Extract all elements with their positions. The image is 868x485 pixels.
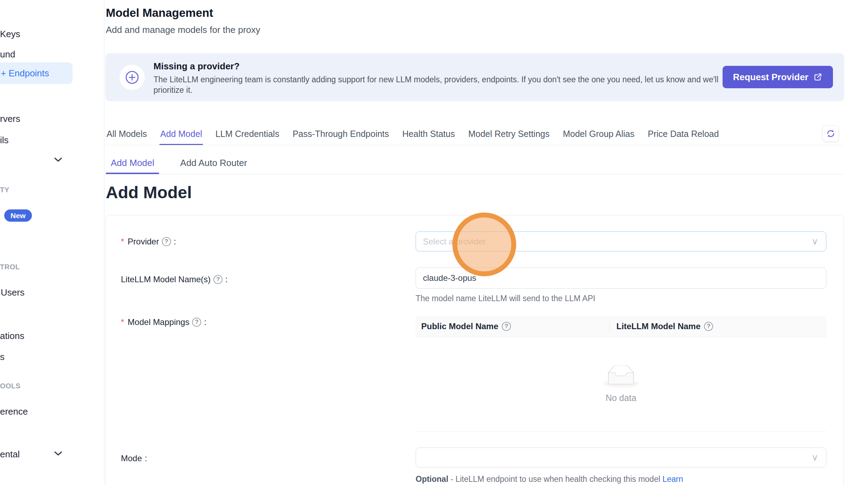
provider-select[interactable]: Select a provider ∨ — [416, 231, 826, 251]
learn-link[interactable]: Learn — [662, 474, 683, 484]
model-name-label-text: LiteLLM Model Name(s) — [121, 275, 211, 284]
tab-llm-credentials[interactable]: LLM Credentials — [215, 127, 280, 145]
new-badge: New — [4, 209, 32, 222]
help-icon[interactable]: ? — [213, 275, 223, 284]
help-icon[interactable]: ? — [192, 318, 201, 327]
external-link-icon — [813, 72, 822, 82]
chevron-down-icon: ∨ — [812, 452, 818, 463]
model-mappings-table: Public Model Name ? LiteLLM Model Name ? — [416, 316, 826, 432]
mode-label: Mode : — [121, 453, 147, 463]
mode-label-text: Mode — [121, 453, 142, 463]
empty-inbox-icon — [603, 366, 638, 388]
model-name-helper: The model name LiteLLM will send to the … — [416, 294, 826, 303]
add-model-form-card: * Provider ? : Select a provider ∨ LiteL… — [105, 215, 844, 485]
subtab-add-model[interactable]: Add Model — [106, 156, 159, 174]
page-title: Model Management — [106, 6, 213, 20]
provider-label: * Provider ? : — [121, 237, 176, 247]
missing-provider-banner: Missing a provider? The LiteLLM engineer… — [105, 53, 844, 101]
provider-label-text: Provider — [128, 237, 159, 247]
request-provider-button[interactable]: Request Provider — [723, 66, 833, 88]
help-icon[interactable]: ? — [162, 237, 171, 246]
no-data-text: No data — [606, 393, 636, 403]
label-colon: : — [225, 275, 228, 284]
sidebar-section-ools: OOLS — [0, 382, 21, 390]
banner-body: The LiteLLM engineering team is constant… — [153, 74, 725, 95]
chevron-down-icon[interactable] — [54, 158, 62, 162]
sidebar-item-servers[interactable]: rvers — [0, 113, 20, 124]
request-provider-label: Request Provider — [733, 72, 808, 83]
tab-health-status[interactable]: Health Status — [402, 127, 456, 145]
sidebar-item-models-endpoints[interactable]: + Endpoints — [0, 62, 73, 84]
header-text: LiteLLM Model Name — [616, 321, 700, 331]
label-colon: : — [204, 317, 206, 327]
page-subtitle: Add and manage models for the proxy — [106, 25, 260, 35]
tab-model-retry-settings[interactable]: Model Retry Settings — [467, 127, 550, 145]
required-asterisk: * — [121, 317, 124, 327]
required-asterisk: * — [121, 237, 124, 247]
mappings-table-header: Public Model Name ? LiteLLM Model Name ? — [416, 316, 826, 337]
label-colon: : — [145, 453, 147, 463]
plus-circle-icon — [119, 65, 145, 90]
sidebar: Keys und + Endpoints rvers ils TY New TR… — [0, 0, 104, 485]
sidebar-item-ental[interactable]: ental — [0, 449, 20, 460]
header-text: Public Model Name — [421, 321, 498, 331]
refresh-icon — [826, 129, 835, 138]
mode-helper-text: - LiteLLM endpoint to use when health ch… — [448, 474, 662, 484]
label-colon: : — [174, 237, 176, 247]
mode-helper-bold: Optional — [416, 474, 448, 484]
tab-model-group-alias[interactable]: Model Group Alias — [562, 127, 635, 145]
sidebar-section-trol: TROL — [0, 263, 20, 271]
sidebar-item-ations[interactable]: ations — [0, 331, 24, 341]
model-name-input[interactable] — [416, 268, 826, 289]
sidebar-item-keys[interactable]: Keys — [0, 29, 20, 40]
chevron-down-icon[interactable] — [54, 451, 62, 456]
sidebar-item-users[interactable]: Users — [1, 287, 25, 298]
model-tabs: All Models Add Model LLM Credentials Pas… — [106, 127, 844, 145]
sidebar-item-und[interactable]: und — [0, 49, 15, 60]
mode-helper: Optional - LiteLLM endpoint to use when … — [416, 474, 826, 484]
public-model-name-header: Public Model Name ? — [416, 321, 609, 331]
sidebar-item-label: + Endpoints — [1, 68, 49, 79]
tab-pass-through-endpoints[interactable]: Pass-Through Endpoints — [292, 127, 390, 145]
mappings-empty-state: No data — [416, 337, 826, 432]
sidebar-section-ty: TY — [0, 186, 9, 194]
refresh-button[interactable] — [822, 125, 839, 141]
sidebar-item-ils[interactable]: ils — [0, 135, 9, 146]
provider-select-placeholder: Select a provider — [423, 237, 486, 247]
tab-add-model[interactable]: Add Model — [159, 127, 203, 145]
model-mappings-label-text: Model Mappings — [128, 317, 189, 327]
banner-title: Missing a provider? — [153, 61, 240, 72]
model-name-label: LiteLLM Model Name(s) ? : — [121, 275, 228, 284]
chevron-down-icon: ∨ — [812, 236, 818, 247]
sidebar-item-s[interactable]: s — [0, 352, 5, 362]
add-model-heading: Add Model — [106, 183, 192, 202]
mode-select[interactable]: ∨ — [416, 448, 826, 467]
tab-all-models[interactable]: All Models — [106, 127, 148, 145]
model-mappings-label: * Model Mappings ? : — [121, 317, 206, 327]
help-icon[interactable]: ? — [704, 322, 713, 331]
column-divider — [609, 321, 610, 332]
model-management-page: Keys und + Endpoints rvers ils TY New TR… — [0, 0, 868, 485]
litellm-model-name-header: LiteLLM Model Name ? — [609, 321, 713, 331]
subtab-add-auto-router[interactable]: Add Auto Router — [175, 156, 252, 174]
tab-price-data-reload[interactable]: Price Data Reload — [647, 127, 719, 145]
sidebar-item-erence[interactable]: erence — [0, 406, 28, 417]
add-model-subtabs: Add Model Add Auto Router — [106, 156, 844, 174]
help-icon[interactable]: ? — [502, 322, 511, 331]
